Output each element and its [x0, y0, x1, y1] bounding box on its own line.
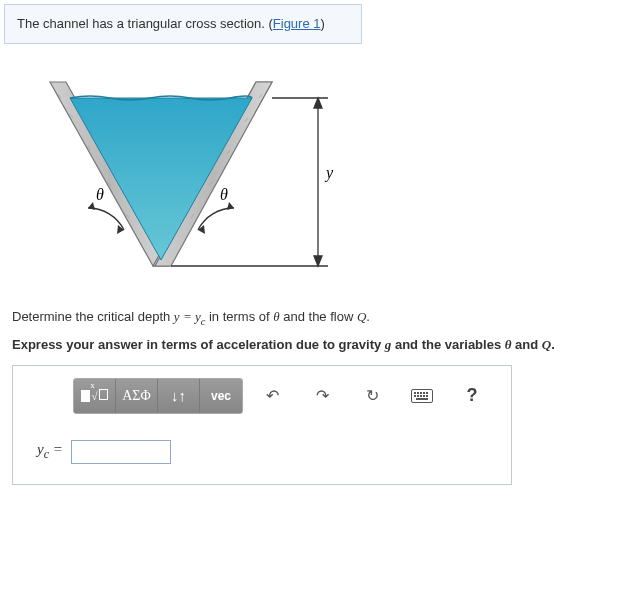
toolbar-group: x √ ΑΣΦ ↓↑ vec [73, 378, 243, 414]
theta-right-label: θ [220, 186, 228, 203]
problem-intro: The channel has a triangular cross secti… [4, 4, 362, 44]
help-icon: ? [467, 385, 478, 406]
keyboard-icon [411, 389, 433, 403]
depth-label: y [324, 164, 334, 182]
answer-equals: = [49, 441, 63, 457]
redo-icon: ↷ [316, 386, 329, 405]
question-block: Determine the critical depth y = yc in t… [12, 307, 628, 355]
subsup-button[interactable]: ↓↑ [158, 379, 200, 413]
svg-marker-15 [88, 202, 95, 210]
answer-input[interactable] [71, 440, 171, 464]
undo-button[interactable]: ↶ [251, 379, 293, 413]
vec-icon: vec [211, 389, 231, 403]
help-button[interactable]: ? [451, 379, 493, 413]
svg-rect-32 [420, 395, 422, 397]
vec-button[interactable]: vec [200, 379, 242, 413]
q1-post: in terms of θ and the flow Q. [205, 309, 370, 324]
template-icon: x √ [81, 389, 107, 402]
figure: θ θ y [30, 74, 640, 297]
answer-row: yc = [37, 440, 497, 464]
svg-rect-25 [414, 392, 416, 394]
svg-marker-17 [227, 202, 234, 210]
reset-icon: ↻ [366, 386, 379, 405]
question-line-2: Express your answer in terms of accelera… [12, 335, 628, 355]
svg-marker-23 [314, 256, 322, 266]
greek-icon: ΑΣΦ [122, 388, 151, 404]
svg-rect-27 [420, 392, 422, 394]
svg-rect-26 [417, 392, 419, 394]
answer-lhs: yc = [37, 441, 63, 462]
svg-rect-30 [414, 395, 416, 397]
keyboard-button[interactable] [401, 379, 443, 413]
q1-pre: Determine the critical depth [12, 309, 174, 324]
svg-rect-34 [426, 395, 428, 397]
greek-button[interactable]: ΑΣΦ [116, 379, 158, 413]
templates-button[interactable]: x √ [74, 379, 116, 413]
intro-text-after: ) [321, 16, 325, 31]
svg-marker-22 [314, 98, 322, 108]
svg-rect-28 [423, 392, 425, 394]
answer-panel: x √ ΑΣΦ ↓↑ vec ↶ ↷ ↻ [12, 365, 512, 485]
undo-icon: ↶ [266, 386, 279, 405]
svg-rect-31 [417, 395, 419, 397]
svg-marker-18 [198, 225, 205, 234]
svg-rect-29 [426, 392, 428, 394]
redo-button[interactable]: ↷ [301, 379, 343, 413]
intro-text-before: The channel has a triangular cross secti… [17, 16, 273, 31]
svg-rect-35 [416, 398, 428, 400]
figure-link[interactable]: Figure 1 [273, 16, 321, 31]
svg-rect-33 [423, 395, 425, 397]
question-line-1: Determine the critical depth y = yc in t… [12, 307, 628, 329]
equation-toolbar: x √ ΑΣΦ ↓↑ vec ↶ ↷ ↻ [73, 378, 497, 414]
answer-lhs-var: y [37, 441, 44, 457]
reset-button[interactable]: ↻ [351, 379, 393, 413]
q1-eq: y = y [174, 309, 201, 324]
theta-left-label: θ [96, 186, 104, 203]
svg-marker-4 [70, 98, 252, 260]
triangular-channel-svg: θ θ y [30, 74, 360, 294]
svg-marker-16 [117, 225, 124, 234]
subsup-icon: ↓↑ [171, 387, 186, 404]
